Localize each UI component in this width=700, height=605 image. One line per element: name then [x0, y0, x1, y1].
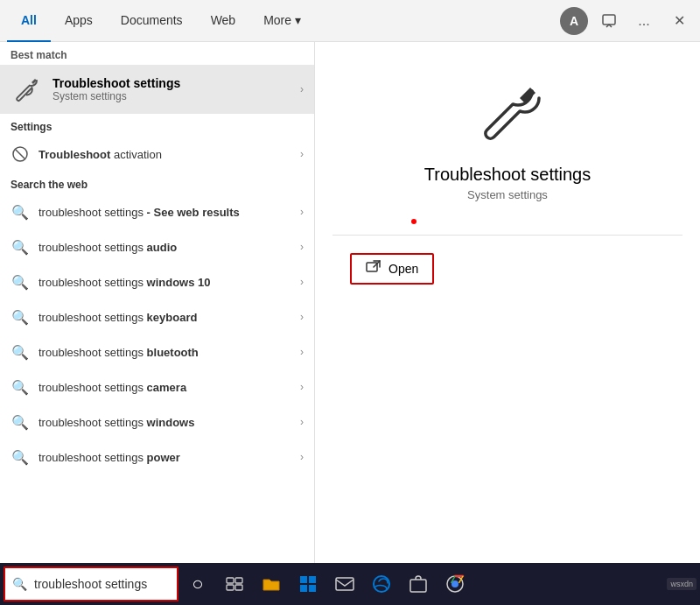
chevron-right-icon: ›: [300, 241, 304, 253]
chevron-right-icon: ›: [300, 311, 304, 323]
chevron-right-icon: ›: [300, 148, 304, 160]
nav-bar: All Apps Documents Web More ▾ A ... ✕: [0, 0, 700, 42]
best-match-subtitle: System settings: [52, 90, 290, 102]
chevron-right-icon: ›: [300, 276, 304, 288]
cortana-icon[interactable]: ○: [180, 566, 215, 601]
svg-rect-2: [367, 263, 377, 271]
list-item-web-4[interactable]: 🔍 troubleshoot settings bluetooth ›: [0, 334, 314, 369]
open-button[interactable]: Open: [350, 253, 434, 285]
user-feedback-icon[interactable]: [595, 7, 623, 35]
detail-subtitle: System settings: [467, 188, 548, 201]
detail-title: Troubleshoot settings: [424, 165, 591, 185]
avatar[interactable]: A: [560, 7, 588, 35]
web-section-label: Search the web: [0, 172, 314, 194]
main-content: Best match Troubleshoot settings System …: [0, 42, 700, 563]
search-icon: 🔍: [10, 377, 30, 397]
svg-rect-10: [309, 585, 316, 592]
svg-rect-4: [235, 578, 242, 583]
svg-rect-5: [227, 585, 234, 590]
list-item-web-1[interactable]: 🔍 troubleshoot settings audio ›: [0, 229, 314, 264]
svg-rect-9: [300, 585, 307, 592]
chevron-down-icon: ▾: [295, 13, 301, 27]
web-item-text-4: troubleshoot settings bluetooth: [38, 346, 291, 359]
settings-section-label: Settings: [0, 114, 314, 137]
chevron-right-icon: ›: [300, 451, 304, 463]
web-item-text-5: troubleshoot settings camera: [38, 381, 291, 394]
svg-rect-8: [309, 576, 316, 583]
tab-all[interactable]: All: [7, 0, 51, 42]
svg-rect-13: [410, 580, 426, 592]
web-item-text-0: troubleshoot settings - See web results: [38, 206, 291, 219]
list-item-web-7[interactable]: 🔍 troubleshoot settings power ›: [0, 440, 314, 475]
list-item-web-5[interactable]: 🔍 troubleshoot settings camera ›: [0, 369, 314, 405]
svg-rect-7: [300, 576, 307, 583]
list-item-troubleshoot-activation[interactable]: Troubleshoot activation ›: [0, 137, 314, 172]
close-icon[interactable]: ✕: [665, 7, 693, 35]
task-view-icon[interactable]: [217, 566, 252, 601]
left-panel: Best match Troubleshoot settings System …: [0, 42, 315, 563]
taskbar-right: wsxdn: [667, 578, 696, 590]
troubleshoot-activation-text: Troubleshoot activation: [38, 148, 291, 161]
wsxdn-badge: wsxdn: [667, 578, 696, 590]
search-query-text: troubleshoot settings: [34, 577, 147, 591]
right-panel: Troubleshoot settings System settings Op…: [315, 42, 700, 563]
circle-slash-icon: [10, 144, 30, 164]
nav-right-controls: A ... ✕: [560, 7, 693, 35]
chevron-right-icon: ›: [300, 416, 304, 428]
taskbar: 🔍 troubleshoot settings ○: [0, 563, 700, 605]
file-explorer-icon[interactable]: [254, 566, 289, 601]
search-icon: 🔍: [10, 237, 30, 257]
store-bag-icon[interactable]: [401, 566, 436, 601]
chevron-right-icon: ›: [300, 206, 304, 218]
chevron-right-icon: ›: [300, 83, 304, 95]
search-icon: 🔍: [10, 447, 30, 467]
search-icon: 🔍: [10, 342, 30, 362]
search-icon: 🔍: [12, 577, 27, 591]
search-icon: 🔍: [10, 412, 30, 432]
svg-rect-0: [603, 15, 615, 25]
list-item-web-6[interactable]: 🔍 troubleshoot settings windows ›: [0, 405, 314, 440]
chevron-right-icon: ›: [300, 346, 304, 358]
search-bar[interactable]: 🔍 troubleshoot settings: [4, 566, 178, 601]
more-options-icon[interactable]: ...: [630, 7, 658, 35]
svg-rect-11: [336, 578, 354, 590]
tab-documents[interactable]: Documents: [107, 0, 197, 42]
tab-more[interactable]: More ▾: [249, 0, 315, 42]
search-icon: 🔍: [10, 307, 30, 327]
edge-icon[interactable]: [364, 566, 399, 601]
best-match-title: Troubleshoot settings: [52, 76, 290, 90]
windows-store-icon[interactable]: [290, 566, 326, 601]
mail-icon[interactable]: [327, 566, 362, 601]
red-dot-indicator: [411, 219, 416, 224]
chevron-right-icon: ›: [300, 381, 304, 393]
tab-apps[interactable]: Apps: [51, 0, 107, 42]
web-item-text-1: troubleshoot settings audio: [38, 241, 291, 254]
list-item-web-0[interactable]: 🔍 troubleshoot settings - See web result…: [0, 194, 314, 229]
detail-wrench-icon: [472, 77, 542, 151]
web-item-text-3: troubleshoot settings keyboard: [38, 311, 291, 324]
open-label: Open: [388, 262, 418, 276]
chrome-icon[interactable]: [438, 566, 472, 601]
web-item-text-6: troubleshoot settings windows: [38, 416, 291, 429]
wrench-icon: [10, 74, 42, 105]
best-match-label: Best match: [0, 42, 314, 65]
search-icon: 🔍: [10, 202, 30, 222]
web-item-text-2: troubleshoot settings windows 10: [38, 276, 291, 289]
divider: [332, 235, 682, 236]
window: All Apps Documents Web More ▾ A ... ✕ Be…: [0, 0, 700, 605]
svg-rect-6: [235, 585, 242, 590]
svg-rect-3: [227, 578, 234, 583]
web-item-text-7: troubleshoot settings power: [38, 451, 291, 464]
list-item-web-3[interactable]: 🔍 troubleshoot settings keyboard ›: [0, 299, 314, 334]
tab-web[interactable]: Web: [197, 0, 250, 42]
list-item-web-2[interactable]: 🔍 troubleshoot settings windows 10 ›: [0, 264, 314, 299]
best-match-text: Troubleshoot settings System settings: [52, 76, 290, 102]
search-icon: 🔍: [10, 272, 30, 292]
open-icon: [366, 260, 382, 278]
best-match-item[interactable]: Troubleshoot settings System settings ›: [0, 65, 314, 114]
